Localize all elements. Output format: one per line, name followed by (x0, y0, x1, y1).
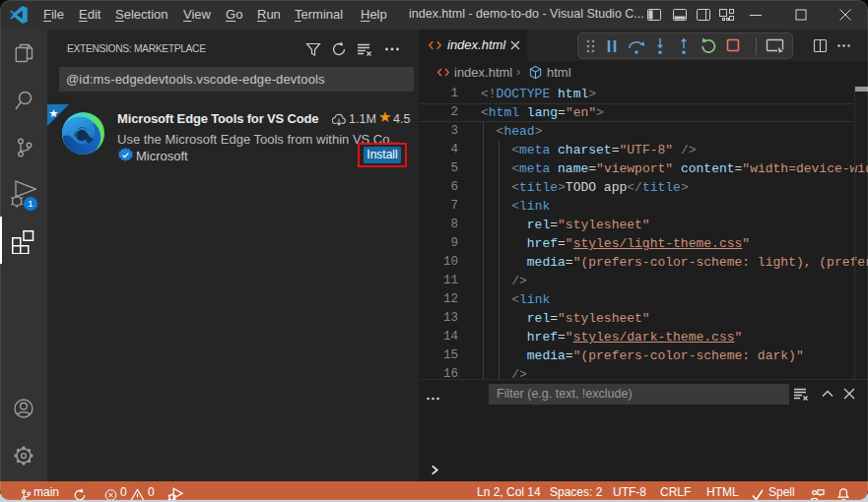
svg-text:★: ★ (49, 107, 59, 119)
